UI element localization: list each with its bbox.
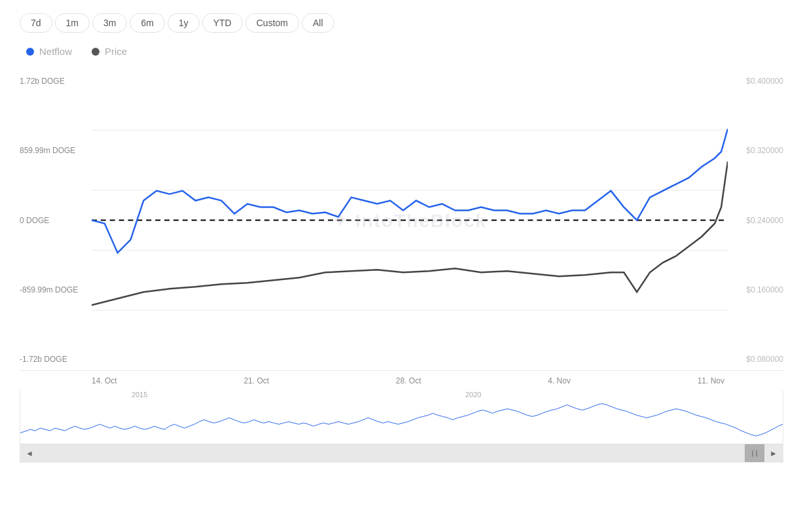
x-label: 28. Oct bbox=[396, 376, 421, 385]
netflow-line bbox=[92, 129, 728, 253]
y-label-right: $0.240000 bbox=[728, 216, 783, 225]
y-label-right: $0.160000 bbox=[728, 285, 783, 294]
time-btn-1m[interactable]: 1m bbox=[55, 13, 90, 33]
mini-chart-svg bbox=[20, 391, 783, 444]
y-label-left: -1.72b DOGE bbox=[20, 355, 92, 364]
time-btn-ytd[interactable]: YTD bbox=[202, 13, 243, 33]
mini-netflow-line bbox=[20, 404, 783, 436]
time-btn-all[interactable]: All bbox=[302, 13, 334, 33]
scroll-controls: ◄ ► bbox=[20, 444, 783, 462]
chart-legend: Netflow Price bbox=[20, 46, 783, 57]
legend-price-label: Price bbox=[105, 46, 127, 57]
time-btn-7d[interactable]: 7d bbox=[20, 13, 52, 33]
y-label-left: 0 DOGE bbox=[20, 216, 92, 225]
scroll-left-button[interactable]: ◄ bbox=[20, 444, 39, 463]
scroll-track[interactable] bbox=[39, 444, 764, 462]
main-chart: 1.72b DOGE859.99m DOGE0 DOGE-859.99m DOG… bbox=[20, 70, 783, 371]
x-label: 21. Oct bbox=[243, 376, 269, 385]
main-container: 7d1m3m6m1yYTDCustomAll Netflow Price 1.7… bbox=[0, 0, 803, 532]
y-label-left: 859.99m DOGE bbox=[20, 146, 92, 155]
scroll-thumb[interactable] bbox=[745, 444, 764, 462]
chart-wrapper: 1.72b DOGE859.99m DOGE0 DOGE-859.99m DOG… bbox=[20, 70, 783, 463]
mini-chart-wrapper: 2015 2020 ◄ ► bbox=[20, 391, 783, 463]
price-line bbox=[92, 162, 728, 306]
x-label: 14. Oct bbox=[92, 376, 117, 385]
x-axis: 14. Oct21. Oct28. Oct4. Nov11. Nov bbox=[20, 371, 783, 391]
mini-year-2015: 2015 bbox=[132, 391, 147, 399]
x-label: 4. Nov bbox=[548, 376, 571, 385]
time-range-toolbar: 7d1m3m6m1yYTDCustomAll bbox=[20, 13, 783, 33]
netflow-dot bbox=[26, 48, 34, 56]
y-axis-left: 1.72b DOGE859.99m DOGE0 DOGE-859.99m DOG… bbox=[20, 70, 92, 370]
legend-netflow: Netflow bbox=[26, 46, 72, 57]
mini-year-2020: 2020 bbox=[465, 391, 481, 399]
legend-netflow-label: Netflow bbox=[39, 46, 72, 57]
time-btn-1y[interactable]: 1y bbox=[168, 13, 200, 33]
scroll-handle-icon bbox=[749, 448, 760, 459]
legend-price: Price bbox=[92, 46, 127, 57]
time-btn-custom[interactable]: Custom bbox=[245, 13, 299, 33]
time-btn-6m[interactable]: 6m bbox=[130, 13, 164, 33]
y-label-right: $0.080000 bbox=[728, 355, 783, 364]
time-btn-3m[interactable]: 3m bbox=[92, 13, 127, 33]
svg-rect-6 bbox=[756, 450, 757, 457]
scroll-right-button[interactable]: ► bbox=[764, 444, 783, 463]
y-label-right: $0.400000 bbox=[728, 77, 783, 86]
y-label-right: $0.320000 bbox=[728, 146, 783, 155]
y-label-left: 1.72b DOGE bbox=[20, 77, 92, 86]
y-label-left: -859.99m DOGE bbox=[20, 285, 92, 294]
mini-chart-inner: 2015 2020 bbox=[20, 391, 783, 444]
chart-svg bbox=[92, 70, 728, 370]
x-label: 11. Nov bbox=[698, 376, 724, 385]
price-dot bbox=[92, 48, 99, 56]
chart-svg-area: ✦ IntoTheBlock bbox=[92, 70, 728, 370]
y-axis-right: $0.400000$0.320000$0.240000$0.160000$0.0… bbox=[728, 70, 783, 370]
svg-rect-5 bbox=[752, 450, 753, 457]
